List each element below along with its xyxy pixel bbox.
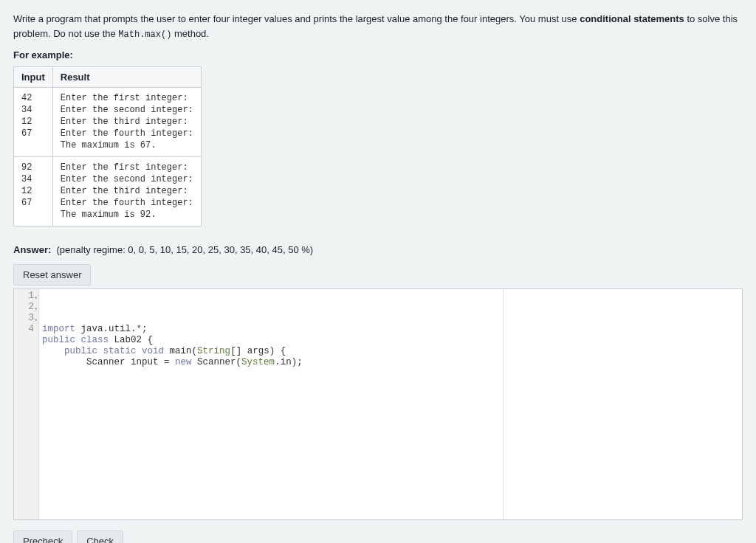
editor-split-line: [503, 289, 504, 519]
fold-marker-icon[interactable]: ▾: [34, 314, 38, 325]
cell-input: 92 34 12 67: [14, 156, 53, 226]
reset-answer-button[interactable]: Reset answer: [13, 264, 91, 286]
cell-result: Enter the first integer: Enter the secon…: [52, 87, 201, 156]
code-line[interactable]: import java.util.*;: [42, 324, 739, 335]
question-prompt: Write a program that prompts the user to…: [13, 12, 743, 42]
code-line[interactable]: Scanner input = new Scanner(System.in);: [42, 357, 739, 368]
editor-code-area[interactable]: import java.util.*;public class Lab02 { …: [39, 289, 742, 519]
code-editor[interactable]: 1▾2▾3▾4 import java.util.*;public class …: [13, 288, 743, 520]
answer-line: Answer: (penalty regime: 0, 0, 5, 10, 15…: [13, 244, 743, 255]
precheck-button[interactable]: Precheck: [13, 530, 72, 543]
check-button[interactable]: Check: [77, 530, 123, 543]
fold-marker-icon[interactable]: ▾: [34, 292, 38, 303]
col-header-input: Input: [14, 66, 53, 87]
editor-gutter: 1▾2▾3▾4: [14, 289, 39, 519]
example-label: For example:: [13, 49, 743, 60]
col-header-result: Result: [52, 66, 201, 87]
line-number: 1▾: [21, 291, 34, 302]
code-line[interactable]: public class Lab02 {: [42, 335, 739, 346]
prompt-strong: conditional statements: [580, 13, 684, 24]
prompt-code: Math.max(): [118, 30, 171, 40]
prompt-text-3: method.: [171, 28, 209, 39]
line-number: 2▾: [21, 302, 34, 313]
cell-result: Enter the first integer: Enter the secon…: [52, 156, 201, 226]
line-number: 4: [21, 324, 34, 335]
penalty-text: (penalty regime: 0, 0, 5, 10, 15, 20, 25…: [57, 244, 314, 255]
fold-marker-icon[interactable]: ▾: [34, 303, 38, 314]
example-table: Input Result 42 34 12 67 Enter the first…: [13, 66, 202, 226]
answer-label: Answer:: [13, 244, 51, 255]
line-number: 3▾: [21, 313, 34, 324]
code-line[interactable]: public static void main(String[] args) {: [42, 346, 739, 357]
table-row: 92 34 12 67 Enter the first integer: Ent…: [14, 156, 202, 226]
prompt-text-1: Write a program that prompts the user to…: [13, 13, 580, 24]
table-row: 42 34 12 67 Enter the first integer: Ent…: [14, 87, 202, 156]
cell-input: 42 34 12 67: [14, 87, 53, 156]
